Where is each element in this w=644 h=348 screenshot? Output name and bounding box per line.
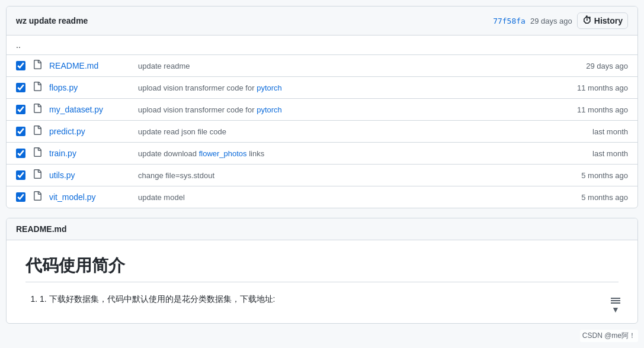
scroll-line [611,300,620,301]
readme-container: README.md 代码使用简介 1. 下载好数据集，代码中默认使用的是花分类数… [6,218,638,324]
file-doc-icon-readme [31,60,43,72]
commit-desc-readme: update readme [138,62,551,70]
commit-desc-predict: update read json file code [138,127,551,136]
file-checkbox-readme[interactable] [16,61,25,70]
time-ago-utils: 5 months ago [557,171,628,180]
file-name-train[interactable]: train.py [49,149,132,158]
file-name-flops[interactable]: flops.py [49,83,132,92]
history-label: History [594,16,623,25]
commit-meta: 77f58fa 29 days ago ⏱ History [493,12,628,29]
file-row: vit_model.py update model 5 months ago [7,186,637,208]
commit-desc-train: update download flower_photos links [138,149,551,158]
file-doc-icon-dataset [31,104,43,115]
file-table: wz update readme 77f58fa 29 days ago ⏱ H… [6,6,638,208]
commit-desc-vit: update model [138,193,551,202]
readme-content: 代码使用简介 1. 下载好数据集，代码中默认使用的是花分类数据集，下载地址: [7,240,637,323]
file-name-vit[interactable]: vit_model.py [49,192,132,202]
scroll-line [611,302,620,304]
commit-link-flops[interactable]: pytorch [257,83,282,92]
time-ago-flops: 11 months ago [557,83,628,92]
commit-header: wz update readme 77f58fa 29 days ago ⏱ H… [7,7,637,36]
file-row: my_dataset.py upload vision transformer … [7,99,637,121]
history-button[interactable]: ⏱ History [577,12,628,29]
readme-list: 1. 下载好数据集，代码中默认使用的是花分类数据集，下载地址: [25,292,619,307]
commit-link-dataset[interactable]: pytorch [257,105,282,114]
scroll-line [611,298,620,299]
file-checkbox-train[interactable] [16,149,25,158]
file-name-predict[interactable]: predict.py [49,127,132,136]
history-icon: ⏱ [582,15,592,26]
file-doc-icon-utils [31,169,43,181]
commit-message: wz update readme [16,16,88,25]
time-ago-vit: 5 months ago [557,193,628,202]
file-doc-icon-train [31,147,43,159]
commit-desc-utils: change file=sys.stdout [138,171,551,180]
file-name-utils[interactable]: utils.py [49,170,132,180]
file-row: README.md update readme 29 days ago [7,55,637,77]
commit-desc-flops: upload vision transformer code for pytor… [138,83,551,92]
file-checkbox-utils[interactable] [16,170,25,180]
parent-dir-label: .. [16,40,21,50]
time-ago-predict: last month [557,127,628,136]
commit-time: 29 days ago [530,17,572,25]
file-name-readme[interactable]: README.md [49,61,132,70]
file-row: utils.py change file=sys.stdout 5 months… [7,165,637,186]
file-checkbox-vit[interactable] [16,192,25,202]
commit-hash[interactable]: 77f58fa [493,17,526,25]
parent-dir-row: .. [7,36,637,55]
file-row: train.py update download flower_photos l… [7,143,637,165]
readme-list-item-1: 1. 下载好数据集，代码中默认使用的是花分类数据集，下载地址: [40,292,619,307]
commit-link-train[interactable]: flower_photos [199,149,247,158]
file-row: flops.py upload vision transformer code … [7,77,637,99]
file-checkbox-flops[interactable] [16,83,25,92]
time-ago-train: last month [557,149,628,158]
file-doc-icon-vit [31,191,43,203]
readme-filename: README.md [16,224,67,234]
file-name-dataset[interactable]: my_dataset.py [49,105,132,114]
commit-desc-dataset: upload vision transformer code for pytor… [138,105,551,114]
scroll-lines [611,298,620,304]
scroll-indicator[interactable]: ▼ [611,298,620,314]
file-doc-icon-predict [31,125,43,137]
readme-section: README.md 代码使用简介 1. 下载好数据集，代码中默认使用的是花分类数… [6,218,638,324]
file-checkbox-predict[interactable] [16,127,25,136]
scroll-down-arrow: ▼ [611,305,620,314]
time-ago-readme: 29 days ago [557,62,628,70]
readme-title: 代码使用简介 [25,254,619,282]
time-ago-dataset: 11 months ago [557,105,628,114]
file-checkbox-dataset[interactable] [16,105,25,114]
readme-header: README.md [7,218,637,240]
file-row: predict.py update read json file code la… [7,121,637,143]
file-doc-icon-flops [31,82,43,94]
